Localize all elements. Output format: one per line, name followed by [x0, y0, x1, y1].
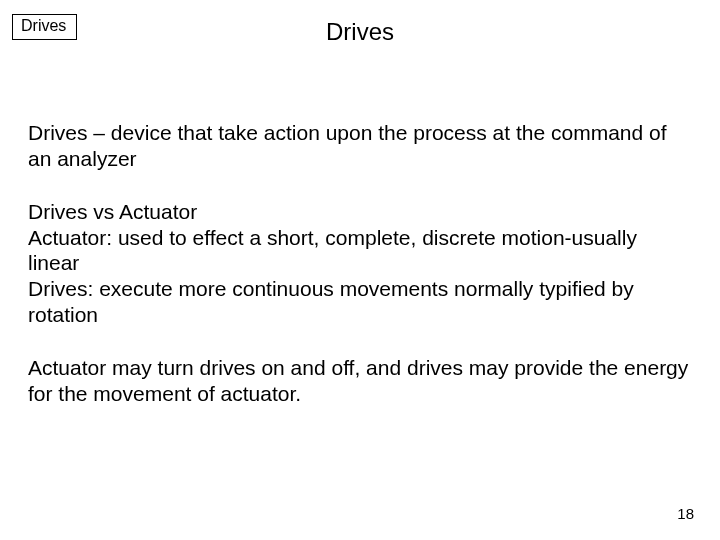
- comparison-drives: Drives: execute more continuous movement…: [28, 276, 692, 327]
- paragraph-comparison: Drives vs Actuator Actuator: used to eff…: [28, 199, 692, 327]
- page-number: 18: [677, 505, 694, 522]
- slide-body: Drives – device that take action upon th…: [28, 120, 692, 434]
- comparison-heading: Drives vs Actuator: [28, 199, 692, 225]
- slide-title: Drives: [0, 18, 720, 46]
- comparison-actuator: Actuator: used to effect a short, comple…: [28, 225, 692, 276]
- paragraph-definition: Drives – device that take action upon th…: [28, 120, 692, 171]
- paragraph-relationship: Actuator may turn drives on and off, and…: [28, 355, 692, 406]
